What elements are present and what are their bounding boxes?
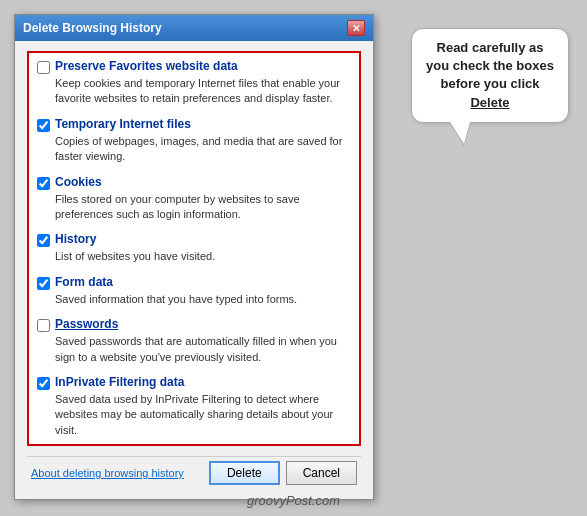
item-header-tempfiles: Temporary Internet files — [37, 117, 351, 132]
item-header-favorites: Preserve Favorites website data — [37, 59, 351, 74]
checkbox-tempfiles[interactable] — [37, 119, 50, 132]
list-item: Form data Saved information that you hav… — [37, 275, 351, 307]
content-box: Preserve Favorites website data Keep coo… — [27, 51, 361, 446]
item-title-tempfiles: Temporary Internet files — [55, 117, 191, 131]
footer-buttons: Delete Cancel — [209, 461, 357, 485]
item-title-cookies: Cookies — [55, 175, 102, 189]
item-header-history: History — [37, 232, 351, 247]
title-bar-buttons: ✕ — [347, 20, 365, 36]
cancel-button[interactable]: Cancel — [286, 461, 357, 485]
item-desc-formdata: Saved information that you have typed in… — [55, 292, 351, 307]
bubble-delete-word: Delete — [470, 95, 509, 110]
item-desc-passwords: Saved passwords that are automatically f… — [55, 334, 351, 365]
bubble-text: Read carefully as you check the boxes be… — [426, 40, 554, 110]
about-link[interactable]: About deleting browsing history — [31, 467, 184, 479]
item-desc-history: List of websites you have visited. — [55, 249, 351, 264]
item-header-passwords: Passwords — [37, 317, 351, 332]
item-title-inprivate: InPrivate Filtering data — [55, 375, 184, 389]
dialog-window: Delete Browsing History ✕ Preserve Favor… — [14, 14, 374, 500]
checkbox-cookies[interactable] — [37, 177, 50, 190]
speech-bubble: Read carefully as you check the boxes be… — [411, 28, 569, 123]
checkbox-formdata[interactable] — [37, 277, 50, 290]
page-wrapper: Read carefully as you check the boxes be… — [0, 0, 587, 516]
list-item: History List of websites you have visite… — [37, 232, 351, 264]
list-item: InPrivate Filtering data Saved data used… — [37, 375, 351, 438]
delete-button[interactable]: Delete — [209, 461, 280, 485]
checkbox-favorites[interactable] — [37, 61, 50, 74]
item-header-inprivate: InPrivate Filtering data — [37, 375, 351, 390]
list-item: Passwords Saved passwords that are autom… — [37, 317, 351, 365]
item-title-passwords: Passwords — [55, 317, 118, 331]
item-header-formdata: Form data — [37, 275, 351, 290]
list-item: Temporary Internet files Copies of webpa… — [37, 117, 351, 165]
item-title-formdata: Form data — [55, 275, 113, 289]
list-item: Cookies Files stored on your computer by… — [37, 175, 351, 223]
dialog-body: Preserve Favorites website data Keep coo… — [15, 41, 373, 499]
item-desc-inprivate: Saved data used by InPrivate Filtering t… — [55, 392, 351, 438]
item-desc-tempfiles: Copies of webpages, images, and media th… — [55, 134, 351, 165]
title-bar: Delete Browsing History ✕ — [15, 15, 373, 41]
item-desc-cookies: Files stored on your computer by website… — [55, 192, 351, 223]
item-title-favorites: Preserve Favorites website data — [55, 59, 238, 73]
item-title-history: History — [55, 232, 96, 246]
watermark: groovyPost.com — [247, 493, 340, 508]
close-button[interactable]: ✕ — [347, 20, 365, 36]
list-item: Preserve Favorites website data Keep coo… — [37, 59, 351, 107]
dialog-footer: About deleting browsing history Delete C… — [27, 456, 361, 491]
dialog-title: Delete Browsing History — [23, 21, 162, 35]
checkbox-history[interactable] — [37, 234, 50, 247]
checkbox-passwords[interactable] — [37, 319, 50, 332]
checkbox-inprivate[interactable] — [37, 377, 50, 390]
item-desc-favorites: Keep cookies and temporary Internet file… — [55, 76, 351, 107]
item-header-cookies: Cookies — [37, 175, 351, 190]
